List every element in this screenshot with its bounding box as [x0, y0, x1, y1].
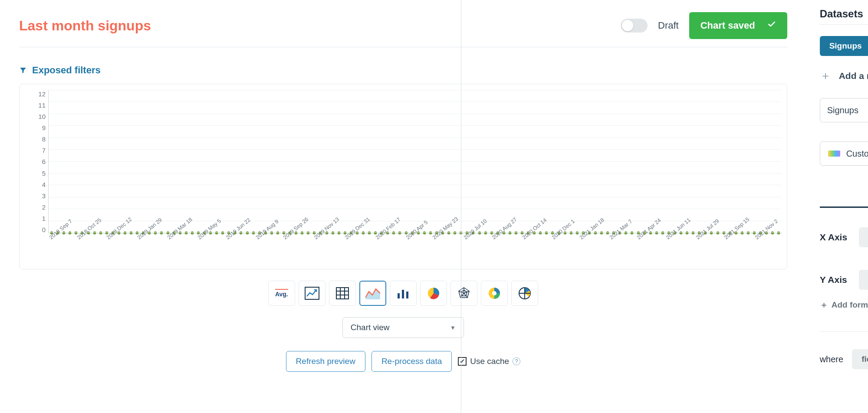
check-icon — [767, 20, 776, 31]
chart-view-select[interactable]: Chart view ▼ — [342, 317, 464, 338]
where-field-chip[interactable]: field — [852, 349, 868, 369]
viz-pie-button[interactable] — [420, 281, 447, 306]
reprocess-data-button[interactable]: Re-process data — [372, 351, 452, 372]
refresh-preview-button[interactable]: Refresh preview — [286, 351, 365, 372]
exposed-filters-toggle[interactable]: Exposed filters — [19, 65, 787, 76]
chart-saved-button[interactable]: Chart saved — [689, 12, 787, 39]
viz-table-button[interactable] — [329, 281, 356, 306]
caret-down-icon: ▼ — [450, 324, 456, 331]
add-formula-label: Add formula — [832, 300, 868, 310]
y-tick: 9 — [42, 124, 46, 131]
y-axis-label: Y Axis — [820, 275, 851, 285]
table-icon — [336, 287, 349, 299]
plus-icon: ＋ — [820, 299, 828, 311]
datasets-heading: Datasets — [820, 8, 863, 20]
data-source-label: Customer.io — [846, 149, 868, 159]
y-tick: 11 — [38, 102, 46, 109]
y-tick: 8 — [42, 135, 46, 143]
y-tick: 5 — [42, 170, 46, 177]
svg-rect-6 — [398, 293, 400, 298]
y-tick: 1 — [42, 215, 46, 222]
svg-line-14 — [464, 293, 467, 298]
data-source-select[interactable]: Customer.io ▼ — [820, 141, 868, 166]
chart-view-label: Chart view — [351, 323, 390, 332]
viz-bar-button[interactable] — [390, 281, 417, 306]
exposed-filters-label: Exposed filters — [32, 65, 101, 76]
dataset-name-input[interactable]: Signups — [820, 98, 868, 122]
svg-rect-8 — [406, 292, 408, 298]
plus-icon: ＋ — [820, 68, 831, 83]
x-axis-field-chip[interactable]: createdAt — [859, 227, 868, 247]
svg-rect-1 — [336, 288, 349, 299]
viz-polar-button[interactable] — [511, 281, 538, 306]
dataset-pill-signups[interactable]: Signups — [820, 36, 868, 56]
tab-chart-data[interactable]: Chart data — [820, 188, 868, 208]
svg-point-18 — [492, 291, 496, 295]
add-dataset-button[interactable]: ＋ Add a new dataset — [820, 68, 868, 83]
viz-line-button[interactable] — [359, 281, 386, 306]
customerio-logo-icon — [828, 151, 840, 157]
doughnut-icon — [488, 287, 501, 300]
svg-rect-7 — [402, 290, 404, 298]
svg-rect-0 — [305, 287, 319, 299]
funnel-icon — [19, 66, 27, 74]
page-title: Last month signups — [19, 18, 151, 34]
y-tick: 3 — [42, 192, 46, 200]
use-cache-label: Use cache — [470, 357, 509, 366]
use-cache-checkbox[interactable]: ✔ — [458, 357, 467, 366]
y-axis-field-chip[interactable]: email — [859, 270, 868, 290]
viz-doughnut-button[interactable] — [481, 281, 508, 306]
y-tick: 10 — [38, 113, 46, 120]
pie-icon — [427, 287, 440, 300]
draft-label: Draft — [658, 20, 679, 31]
polar-icon — [518, 287, 531, 300]
add-formula-button[interactable]: ＋ Add formula — [820, 299, 868, 311]
y-tick: 6 — [42, 158, 46, 165]
where-label: where — [820, 354, 843, 364]
chart-area: 1211109876543210 2018 Sep 72018 Oct 2520… — [19, 84, 787, 269]
x-axis-label: X Axis — [820, 232, 851, 243]
y-tick: 7 — [42, 147, 46, 154]
y-tick: 12 — [38, 90, 46, 98]
viz-avg-button[interactable]: Avg. — [268, 281, 295, 306]
radar-icon — [457, 287, 470, 300]
avg-icon: Avg. — [275, 289, 288, 298]
add-dataset-label: Add a new dataset — [839, 71, 868, 81]
y-tick: 4 — [42, 181, 46, 188]
bar-chart-icon — [397, 287, 410, 299]
y-tick: 0 — [42, 226, 46, 233]
line-chart-icon — [365, 287, 380, 299]
chart-saved-label: Chart saved — [700, 20, 755, 31]
draft-toggle[interactable] — [621, 19, 648, 33]
viz-radar-button[interactable] — [450, 281, 477, 306]
y-tick: 2 — [42, 203, 46, 211]
viz-kpi-button[interactable] — [299, 281, 326, 306]
help-icon[interactable]: ? — [513, 357, 520, 365]
kpi-icon — [305, 287, 319, 300]
